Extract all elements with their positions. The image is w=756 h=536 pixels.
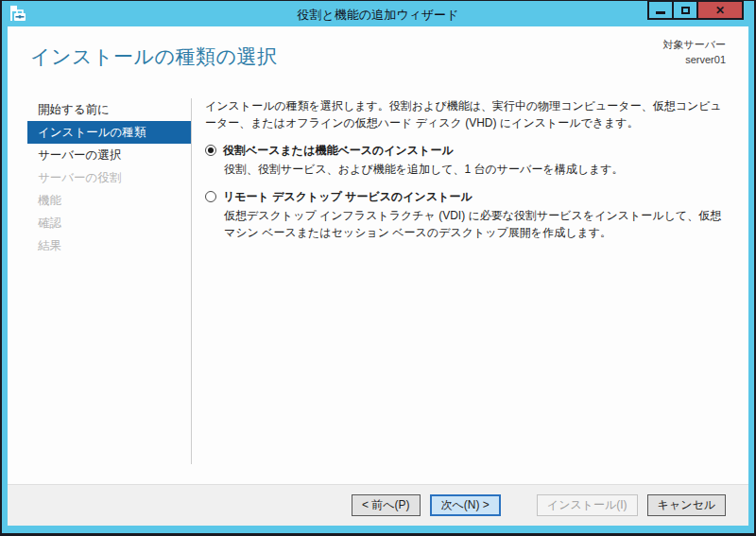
option-rds-choice[interactable]: リモート デスクトップ サービスのインストール bbox=[205, 190, 728, 204]
window-controls: ✕ bbox=[649, 1, 744, 20]
main-pane: インストールの種類を選択します。役割および機能は、実行中の物理コンピューター、仮… bbox=[205, 97, 728, 241]
wizard-steps: 開始する前に インストールの種類 サーバーの選択 サーバーの役割 機能 確認 結… bbox=[27, 98, 191, 257]
minimize-icon bbox=[656, 11, 665, 14]
option-role-based-choice[interactable]: 役割ベースまたは機能ベースのインストール bbox=[205, 144, 728, 158]
next-button[interactable]: 次へ(N) > bbox=[430, 494, 501, 516]
option-role-based-description: 役割、役割サービス、および機能を追加して、1 台のサーバーを構成します。 bbox=[224, 161, 728, 178]
cancel-button[interactable]: キャンセル bbox=[647, 494, 726, 516]
step-installation-type[interactable]: インストールの種類 bbox=[27, 121, 191, 144]
target-server: 対象サーバー server01 bbox=[662, 38, 726, 68]
page-title: インストールの種類の選択 bbox=[30, 43, 277, 70]
maximize-icon bbox=[681, 7, 690, 14]
option-role-based: 役割ベースまたは機能ベースのインストール 役割、役割サービス、および機能を追加し… bbox=[205, 144, 728, 178]
close-icon: ✕ bbox=[715, 5, 725, 16]
button-bar: < 前へ(P) 次へ(N) > インストール(I) キャンセル bbox=[8, 484, 748, 526]
window-title: 役割と機能の追加ウィザード bbox=[2, 7, 754, 24]
title-bar[interactable]: 役割と機能の追加ウィザード ✕ bbox=[2, 1, 754, 26]
close-button[interactable]: ✕ bbox=[696, 1, 744, 20]
step-before-you-begin[interactable]: 開始する前に bbox=[27, 98, 191, 121]
step-server-roles: サーバーの役割 bbox=[27, 166, 191, 189]
step-features: 機能 bbox=[27, 189, 191, 212]
minimize-button[interactable] bbox=[647, 1, 674, 20]
option-role-based-label: 役割ベースまたは機能ベースのインストール bbox=[223, 144, 454, 158]
pane-description: インストールの種類を選択します。役割および機能は、実行中の物理コンピューター、仮… bbox=[205, 97, 728, 131]
target-server-name: server01 bbox=[662, 53, 726, 68]
option-rds-label: リモート デスクトップ サービスのインストール bbox=[223, 190, 472, 204]
step-confirmation: 確認 bbox=[27, 212, 191, 234]
wizard-window: 役割と機能の追加ウィザード ✕ インストールの種類の選択 対象サーバー serv… bbox=[2, 1, 754, 533]
maximize-button[interactable] bbox=[672, 1, 698, 20]
radio-rds-icon[interactable] bbox=[205, 191, 216, 202]
step-server-selection[interactable]: サーバーの選択 bbox=[27, 144, 191, 166]
radio-role-based-icon[interactable] bbox=[205, 145, 216, 156]
sidebar-divider bbox=[191, 98, 192, 464]
target-server-label: 対象サーバー bbox=[662, 38, 726, 53]
step-results: 結果 bbox=[27, 234, 191, 257]
back-button[interactable]: < 前へ(P) bbox=[352, 494, 421, 516]
option-rds: リモート デスクトップ サービスのインストール 仮想デスクトップ インフラストラ… bbox=[205, 190, 728, 241]
install-button[interactable]: インストール(I) bbox=[537, 494, 638, 516]
option-rds-description: 仮想デスクトップ インフラストラクチャ (VDI) に必要な役割サービスをインス… bbox=[224, 207, 728, 241]
wizard-body: インストールの種類の選択 対象サーバー server01 開始する前に インスト… bbox=[8, 26, 748, 526]
